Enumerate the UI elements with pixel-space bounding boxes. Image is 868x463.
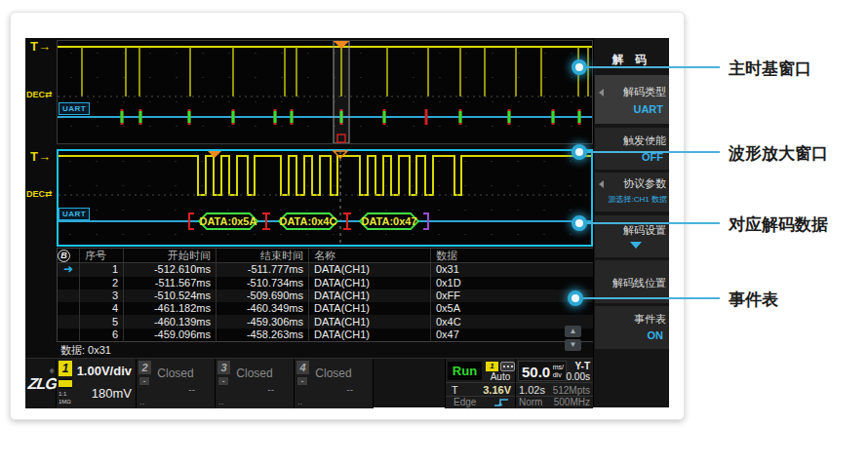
bus-badge-icon[interactable]: B <box>58 250 70 262</box>
swap-icon: ⇄ <box>45 90 53 99</box>
brand-block: ZLG ® <box>25 359 57 408</box>
main-decode-marker: DEC⇄ <box>26 90 53 99</box>
menu-item-decode-type[interactable]: 解码类型 UART <box>595 75 669 124</box>
callout-bullet-icon <box>572 144 587 160</box>
decode-label: DEC <box>26 189 45 199</box>
current-row-pointer-icon: ➜ <box>63 263 73 277</box>
ch4-sub: -- <box>346 384 353 395</box>
event-table: B 序号 开始时间 结束时间 名称 数据 ➜ 1 -512.610ms -511… <box>57 248 594 342</box>
horizontal-block[interactable]: 50.0 ms/div Y-T 0.00s 1.02s 512Mpts Norm… <box>516 359 593 408</box>
keypad-icon <box>500 362 515 371</box>
ch2-minus-badge: - <box>139 377 149 385</box>
table-scroll-up-button[interactable]: ▲ <box>565 326 581 337</box>
annotation-line <box>583 66 720 68</box>
dropdown-arrow-icon <box>630 242 642 249</box>
table-row[interactable]: 6 -459.096ms -458.263ms DATA(CH1) 0x47 <box>58 328 594 342</box>
annotation-main-timebase: 主时基窗口 <box>729 58 811 80</box>
channel1-block[interactable]: 1 1:1 1MΩ 1.00V/div 180mV <box>57 359 137 408</box>
uart-label-text: UART <box>62 210 86 218</box>
zlg-logo: ZLG <box>27 375 59 393</box>
annotation-line <box>583 222 720 224</box>
zoom-region-band[interactable] <box>334 41 349 143</box>
edge-trigger-icon <box>493 397 510 407</box>
chevron-down-icon: ▼ <box>570 340 577 349</box>
timebase-scale: 50.0 <box>522 364 550 380</box>
zoom-waveform: DATA:0x5A DATA:0x4C DATA:0x47 <box>57 149 593 247</box>
ch3-dots: ‥ <box>218 398 223 406</box>
col-name: 名称 <box>309 249 431 263</box>
divider <box>446 382 515 383</box>
decode-label: DEC <box>26 90 45 99</box>
ch4-minus-badge: - <box>297 377 307 385</box>
table-row[interactable]: 5 -460.139ms -459.306ms DATA(CH1) 0x4C <box>58 315 594 328</box>
display-mode: Y-T <box>574 361 590 371</box>
uart-bus-label[interactable]: UART <box>59 208 90 220</box>
annotation-event-table: 事件表 <box>729 289 778 311</box>
main-waveform <box>58 41 592 143</box>
capture-window: 1.02s <box>519 384 545 396</box>
table-scroll-down-button[interactable]: ▼ <box>565 339 581 351</box>
memory-depth: 512Mpts <box>553 385 590 396</box>
trigger-source-badge: 1 <box>486 362 498 371</box>
callout-bullet-icon <box>568 290 583 306</box>
annotation-line <box>583 151 720 153</box>
trigger-sweep-mode: Auto <box>485 371 516 382</box>
annotation-line <box>579 297 720 299</box>
annotation-decoded-data: 对应解码数据 <box>729 213 828 236</box>
ch1-volts-per-div: 1.00V/div <box>77 364 132 378</box>
decode-bubble-2: DATA:0x4C <box>279 213 337 229</box>
channel3-block[interactable]: 3 Closed - -- ‥ <box>216 359 295 408</box>
channel2-block[interactable]: 2 Closed - -- ‥ <box>137 359 216 408</box>
divider <box>516 382 593 383</box>
timebase-scale-box: 50.0 ms/div <box>518 361 567 381</box>
ch2-dots: ‥ <box>139 398 144 406</box>
callout-bullet-icon <box>572 59 587 75</box>
table-row[interactable]: 4 -461.182ms -460.349ms DATA(CH1) 0x5A <box>58 302 594 315</box>
col-index: 序号 <box>80 249 124 263</box>
ch1-probe-ratio: 1:1 <box>59 391 66 398</box>
main-timebase-window <box>57 40 593 144</box>
zoom-window-border <box>58 150 592 246</box>
arrow-right-icon: → <box>38 149 51 164</box>
menu-item-trigger-enable[interactable]: 触发使能 OFF <box>595 128 669 170</box>
table-row[interactable]: ➜ 1 -512.610ms -511.777ms DATA(CH1) 0x31 <box>58 263 594 277</box>
trigger-level: 3.16V <box>483 384 511 396</box>
event-table-header: B 序号 开始时间 结束时间 名称 数据 <box>58 249 594 263</box>
callout-bullet-icon <box>572 215 587 231</box>
bandwidth: 500MHz <box>554 397 590 407</box>
acquisition-block[interactable]: Run 1 Auto T 3.16V Edge <box>445 359 516 408</box>
trigger-label: T <box>30 149 38 164</box>
arrow-right-icon: → <box>38 39 51 54</box>
bottom-status-bar: ZLG ® 1 1:1 1MΩ 1.00V/div 180mV 2 Closed… <box>25 358 593 407</box>
col-start-time: 开始时间 <box>124 249 217 263</box>
col-end-time: 结束时间 <box>217 249 309 263</box>
menu-item-protocol-params[interactable]: 协议参数 源选择:CH1 数据 <box>595 173 669 212</box>
zoom-decode-marker: DEC⇄ <box>26 189 53 199</box>
timebase-unit: ms/div <box>553 364 564 379</box>
run-indicator: Run <box>448 362 482 380</box>
table-row[interactable]: 2 -511.567ms -510.734ms DATA(CH1) 0x1D <box>58 277 594 289</box>
zoom-trigger-marker: T→ <box>30 149 51 164</box>
annotation-zoom-window: 波形放大窗口 <box>729 142 828 165</box>
decode-bubble-3: DATA:0x47 <box>360 213 418 229</box>
bubble-text: DATA:0x5A <box>200 215 257 227</box>
ch1-zoom-trace <box>59 156 591 195</box>
channel4-block[interactable]: 4 Closed - -- ‥ <box>295 359 374 408</box>
trigger-type: Edge <box>454 397 476 407</box>
trigger-label: T <box>30 39 38 54</box>
horizontal-offset: 0.00s <box>567 371 590 382</box>
run-state: Run <box>453 364 477 378</box>
bubble-text: DATA:0x4C <box>280 215 337 227</box>
uart-bus-label[interactable]: UART <box>59 102 90 115</box>
main-trigger-marker: T→ <box>30 39 51 54</box>
menu-item-event-table[interactable]: 事件表 ON <box>595 306 669 349</box>
selected-data-status: 数据: 0x31 <box>60 343 111 358</box>
table-row[interactable]: 3 -510.524ms -509.690ms DATA(CH1) 0xFF <box>58 289 594 302</box>
col-data: 数据 <box>431 249 594 263</box>
bus-badge-letter: B <box>60 251 67 260</box>
decode-bubble-1: DATA:0x5A <box>199 213 257 229</box>
swap-icon: ⇄ <box>45 189 53 199</box>
ch1-badge: 1 <box>59 361 72 376</box>
uart-label-text: UART <box>62 104 86 113</box>
chevron-up-icon: ▲ <box>570 327 577 335</box>
